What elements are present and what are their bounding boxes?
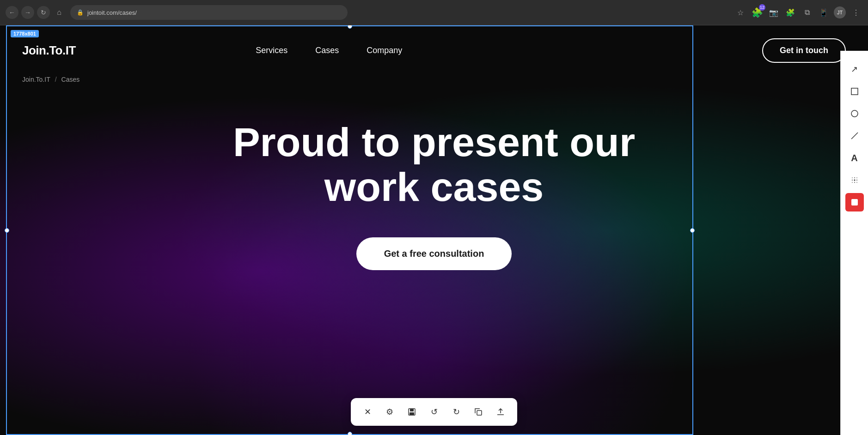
svg-point-7	[854, 180, 855, 181]
nav-item-company[interactable]: Company	[367, 46, 402, 55]
hero-cta-button[interactable]: Get a free consultation	[356, 237, 512, 270]
breadcrumb-current: Cases	[61, 76, 80, 83]
upload-button[interactable]	[491, 403, 510, 421]
browser-nav-buttons: ← → ↻ ⌂	[6, 6, 66, 19]
line-tool-button[interactable]	[845, 127, 864, 145]
bookmark-button[interactable]: ☆	[734, 6, 747, 19]
breadcrumb: Join.To.IT / Cases	[0, 76, 868, 83]
screenshot-button[interactable]: 📷	[767, 6, 780, 19]
svg-point-3	[851, 177, 852, 178]
arrow-tool-button[interactable]: ↗	[845, 60, 864, 79]
nav-home-button[interactable]: ⌂	[53, 6, 66, 19]
navbar: Join.To.IT Services Cases Company Get in…	[0, 25, 868, 76]
svg-point-4	[854, 177, 855, 178]
browser-address-bar[interactable]: 🔒 jointoit.com/cases/	[70, 5, 348, 20]
nav-link-company[interactable]: Company	[367, 46, 402, 55]
bottom-toolbar: ✕ ⚙ ↺ ↻	[351, 398, 517, 426]
svg-line-2	[851, 133, 858, 139]
extensions-puzzle-button[interactable]: 🧩	[784, 6, 797, 19]
multiwindow-button[interactable]: ⧉	[801, 6, 813, 19]
breadcrumb-home[interactable]: Join.To.IT	[22, 76, 50, 83]
save-button[interactable]	[403, 403, 421, 421]
site-logo[interactable]: Join.To.IT	[22, 43, 76, 58]
website-container: 1778x801 Join.To.IT Services Cases Compa…	[0, 25, 868, 435]
nav-links: Services Cases Company	[256, 46, 402, 55]
svg-rect-14	[410, 409, 414, 411]
menu-button[interactable]: ⋮	[850, 6, 862, 19]
copy-button[interactable]	[469, 403, 488, 421]
svg-point-1	[851, 110, 858, 117]
svg-rect-12	[851, 199, 858, 205]
color-tool-button[interactable]	[845, 193, 864, 211]
breadcrumb-separator: /	[55, 76, 57, 83]
close-button[interactable]: ✕	[358, 403, 377, 421]
svg-point-8	[856, 180, 857, 181]
nav-back-button[interactable]: ←	[6, 6, 18, 19]
nav-reload-button[interactable]: ↻	[37, 6, 50, 19]
hero-content: Proud to present our work cases Get a fr…	[0, 83, 868, 270]
svg-rect-15	[410, 412, 414, 415]
undo-button[interactable]: ↺	[425, 403, 443, 421]
right-toolbar: ↗ A	[840, 51, 868, 435]
circle-tool-button[interactable]	[845, 104, 864, 123]
profile-button[interactable]: JT	[834, 6, 846, 18]
hero-title-line1: Proud to present our	[233, 119, 635, 165]
responsive-button[interactable]: 📱	[817, 6, 830, 19]
dots-tool-button[interactable]	[845, 171, 864, 189]
nav-item-services[interactable]: Services	[256, 46, 287, 55]
nav-link-services[interactable]: Services	[256, 46, 287, 55]
svg-rect-0	[851, 88, 858, 95]
svg-point-10	[854, 182, 855, 183]
redo-button[interactable]: ↻	[447, 403, 465, 421]
hero-title-line2: work cases	[324, 164, 544, 210]
svg-point-6	[851, 180, 852, 181]
nav-forward-button[interactable]: →	[21, 6, 34, 19]
browser-chrome: ← → ↻ ⌂ 🔒 jointoit.com/cases/ ☆ 🧩 12 📷 🧩…	[0, 0, 868, 25]
nav-cta-button[interactable]: Get in touch	[762, 38, 846, 63]
svg-point-9	[851, 182, 852, 183]
nav-item-cases[interactable]: Cases	[315, 46, 339, 55]
settings-button[interactable]: ⚙	[380, 403, 399, 421]
browser-right-icons: ☆ 🧩 12 📷 🧩 ⧉ 📱 JT ⋮	[734, 6, 862, 19]
svg-point-11	[856, 182, 857, 183]
extensions-badge: 12	[759, 4, 765, 11]
rect-tool-button[interactable]	[845, 82, 864, 101]
svg-rect-16	[477, 411, 482, 415]
hero-title: Proud to present our work cases	[233, 120, 635, 210]
text-tool-button[interactable]: A	[845, 149, 864, 167]
nav-link-cases[interactable]: Cases	[315, 46, 339, 55]
address-text: jointoit.com/cases/	[87, 9, 137, 16]
svg-point-5	[856, 177, 857, 178]
